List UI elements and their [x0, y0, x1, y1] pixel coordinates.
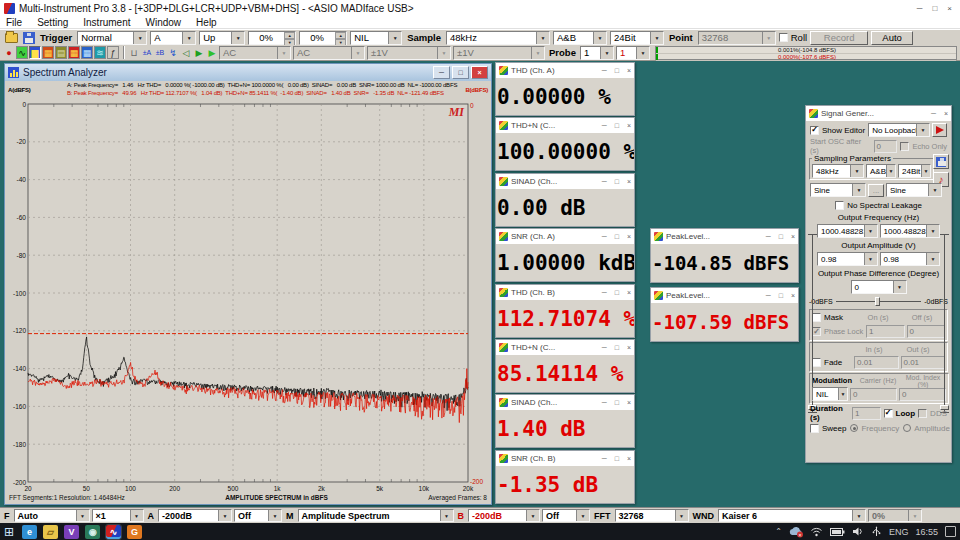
maximize-button[interactable]: □ [779, 233, 783, 240]
start-button[interactable]: ⊞ [4, 525, 14, 539]
chevron-down-icon[interactable]: ▼ [536, 32, 549, 44]
minimize-button[interactable]: ─ [433, 66, 450, 79]
generator-channels-select[interactable]: A&B▼ [866, 164, 896, 178]
overlap-select[interactable]: 0%▼ [868, 509, 922, 522]
trigger-edge-select[interactable]: Up▼ [199, 31, 245, 45]
modulation-select[interactable]: NIL▼ [812, 387, 848, 401]
menu-window[interactable]: Window [146, 17, 182, 28]
sweep-frequency-radio[interactable]: Frequency [850, 424, 899, 433]
chevron-down-icon[interactable]: ▼ [440, 510, 453, 521]
channel-b-shift-select[interactable]: Off▼ [542, 509, 590, 522]
signal-generator-titlebar[interactable]: Signal Gener... ─ × [806, 106, 951, 121]
minimize-button[interactable]: ─ [602, 344, 607, 351]
open-file-icon[interactable] [5, 33, 18, 43]
chevron-down-icon[interactable]: ▼ [852, 510, 865, 521]
sound-card-calibration-icon[interactable]: ⊔ [128, 46, 140, 59]
range-a-select[interactable]: ±1V▼ [367, 46, 451, 60]
chevron-down-icon[interactable]: ▼ [650, 32, 663, 44]
record-button[interactable]: Record [810, 31, 868, 45]
chevron-down-icon[interactable]: ▼ [130, 510, 143, 521]
taskbar-globe-icon[interactable]: ◉ [85, 525, 100, 539]
menu-file[interactable]: File [6, 17, 22, 28]
close-button[interactable]: × [627, 122, 631, 129]
chevron-down-icon[interactable]: ▼ [576, 510, 589, 521]
phase-lock-on-input[interactable]: 1 [866, 325, 905, 338]
close-button[interactable]: × [627, 233, 631, 240]
offset-a-icon[interactable]: ±A [141, 46, 153, 59]
language-indicator[interactable]: ENG [889, 527, 909, 537]
data-logger-icon[interactable]: ▦ [68, 46, 80, 59]
save-signal-button[interactable] [933, 154, 949, 169]
derived-data-point-icon[interactable]: ƒ [107, 46, 119, 59]
dds-checkbox[interactable]: DDS [918, 409, 947, 418]
more-waveform-button[interactable]: ... [868, 184, 884, 197]
fade-in-input[interactable]: 0.01 [854, 356, 899, 369]
chevron-down-icon[interactable]: ▼ [762, 32, 775, 44]
range-b-select[interactable]: ±1V▼ [453, 46, 545, 60]
meter-titlebar[interactable]: SNR (Ch. B)─□× [496, 451, 634, 466]
minimize-button[interactable]: ─ [931, 110, 936, 117]
trigger-mode-select[interactable]: Normal▼ [77, 31, 147, 45]
taskbar-vs-icon[interactable]: V [64, 525, 79, 539]
frequency-b-select[interactable]: 1000.488281▼ [880, 224, 941, 238]
maximize-button[interactable]: □ [615, 122, 619, 129]
amplitude-b-select[interactable]: 0.98▼ [880, 252, 941, 266]
chevron-down-icon[interactable]: ▼ [231, 32, 244, 44]
minimize-button[interactable]: ─ [602, 233, 607, 240]
lcr-meter-icon[interactable]: ≋ [94, 46, 106, 59]
roll-checkbox[interactable]: Roll [779, 32, 807, 43]
chevron-down-icon[interactable]: ▼ [351, 47, 364, 59]
chevron-down-icon[interactable]: ▼ [76, 510, 89, 521]
taskbar-mi-icon[interactable]: ∿ [106, 525, 121, 539]
probe-wrench-icon[interactable]: ↯ [167, 46, 179, 59]
multimeter-icon[interactable]: ▦ [42, 46, 54, 59]
show-editor-checkbox[interactable]: Show Editor [810, 126, 865, 135]
meter-titlebar[interactable]: PeakLevel...─□× [651, 229, 798, 244]
onedrive-icon[interactable]: × [789, 526, 803, 538]
run-generator-icon[interactable]: ▶ [206, 46, 218, 59]
chevron-down-icon[interactable]: ▼ [277, 47, 290, 59]
tray-expand-icon[interactable]: ⌃ [775, 527, 782, 536]
close-button[interactable]: × [471, 66, 488, 79]
fft-size-select[interactable]: 32768▼ [615, 509, 689, 522]
chevron-down-icon[interactable]: ▼ [600, 47, 613, 59]
duration-input[interactable]: 1 [852, 407, 881, 420]
chevron-down-icon[interactable]: ▼ [675, 510, 688, 521]
chevron-down-icon[interactable]: ▼ [908, 510, 921, 521]
phase-difference-select[interactable]: 0▼ [851, 280, 907, 294]
chevron-down-icon[interactable]: ▼ [526, 510, 539, 521]
loopback-select[interactable]: No Loopback▼ [868, 123, 930, 137]
close-button[interactable]: × [627, 399, 631, 406]
maximize-button[interactable]: □ [615, 233, 619, 240]
minimize-button[interactable]: ─ [602, 122, 607, 129]
trigger-source-select[interactable]: A▼ [150, 31, 196, 45]
auto-button[interactable]: Auto [871, 31, 913, 45]
close-button[interactable]: × [791, 292, 795, 299]
minimize-button[interactable]: ─ [602, 399, 607, 406]
generator-rate-select[interactable]: 48kHz▼ [812, 164, 864, 178]
waveform-a-select[interactable]: Sine▼ [810, 183, 866, 197]
start-osc-input[interactable]: 0 [874, 140, 898, 153]
close-button[interactable]: × [627, 67, 631, 74]
maximize-button[interactable]: □ [615, 178, 619, 185]
taskbar-edge-icon[interactable]: e [22, 525, 37, 539]
app-restore-button[interactable]: □ [932, 4, 937, 13]
meter-titlebar[interactable]: THD+N (C...─□× [496, 118, 634, 133]
channel-a-shift-select[interactable]: Off▼ [234, 509, 282, 522]
close-button[interactable]: × [627, 455, 631, 462]
run-generator-button[interactable] [932, 123, 947, 137]
trigger-rejection-select[interactable]: NIL▼ [350, 31, 402, 45]
carrier-input[interactable]: 0 [850, 388, 897, 401]
chevron-down-icon[interactable]: ▼ [636, 47, 649, 59]
maximize-button[interactable]: □ [615, 455, 619, 462]
coupling-b-select[interactable]: AC▼ [293, 46, 365, 60]
wifi-icon[interactable] [810, 526, 823, 537]
meter-titlebar[interactable]: THD (Ch. B)─□× [496, 285, 634, 300]
spectrum-mode-select[interactable]: Amplitude Spectrum▼ [298, 509, 454, 522]
meter-titlebar[interactable]: THD (Ch. A)─□× [496, 63, 634, 78]
maximize-button[interactable]: □ [779, 292, 783, 299]
chevron-down-icon[interactable]: ▼ [437, 47, 450, 59]
minimize-button[interactable]: ─ [602, 455, 607, 462]
sampling-channels-select[interactable]: A&B▼ [553, 31, 607, 45]
taskbar-g-icon[interactable]: G [127, 525, 142, 539]
